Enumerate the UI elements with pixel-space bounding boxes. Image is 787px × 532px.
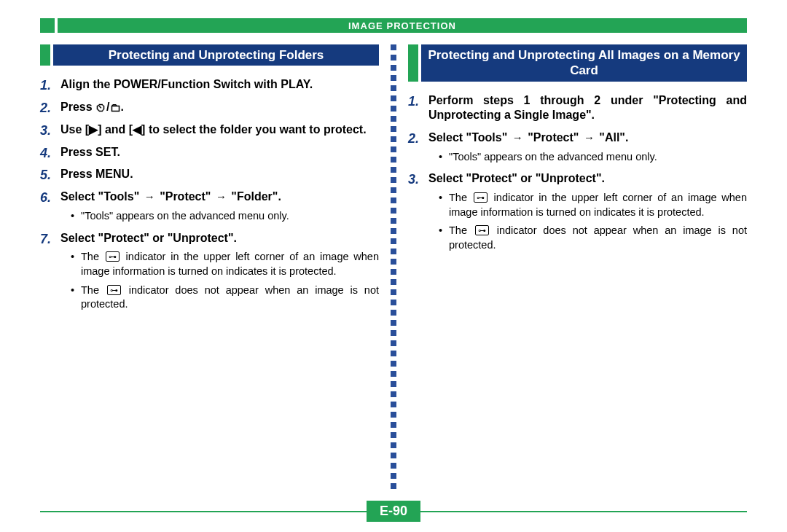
key-icon: ⊶ [475, 225, 489, 235]
step: Select "Protect" or "Unprotect". The ⊶ i… [408, 171, 747, 252]
title-text: Protecting and Unprotecting Folders [53, 44, 379, 66]
folder-icon: 🗀 [110, 101, 121, 114]
right-section-title: Protecting and Unprotecting All Images o… [408, 44, 747, 82]
step-text: Press SET. [60, 146, 120, 158]
sub-item: "Tools" appears on the advanced menu onl… [439, 150, 747, 165]
step: Use [▶] and [◀] to select the folder you… [40, 122, 379, 138]
step-text: "All". [596, 131, 629, 144]
left-section-title: Protecting and Unprotecting Folders [40, 44, 379, 66]
footer-line [420, 511, 747, 512]
left-steps: Align the POWER/Function Switch with PLA… [40, 77, 379, 311]
sub-text: "Tools" appears on the advanced menu onl… [81, 210, 289, 222]
key-icon: ⊶ [107, 285, 121, 295]
step: Align the POWER/Function Switch with PLA… [40, 77, 379, 93]
key-icon: ⊶ [474, 192, 488, 203]
sub-text: indicator in the upper left corner of an… [81, 251, 379, 277]
title-accent [408, 44, 418, 82]
sub-text: The [449, 192, 472, 203]
step: Press MENU. [40, 167, 379, 182]
manual-page: IMAGE PROTECTION Protecting and Unprotec… [0, 0, 787, 532]
step-text: Perform steps 1 through 2 under "Protect… [428, 94, 747, 122]
header-title-bar: IMAGE PROTECTION [58, 18, 747, 33]
content-columns: Protecting and Unprotecting Folders Alig… [40, 44, 747, 489]
title-text: Protecting and Unprotecting All Images o… [421, 44, 747, 82]
sub-text: indicator in the upper left corner of an… [449, 192, 747, 218]
page-header: IMAGE PROTECTION [40, 18, 747, 33]
sub-text: The [449, 224, 474, 236]
step: Press ⏲/🗀. [40, 100, 379, 115]
step: Select "Tools" → "Protect" → "All". "Too… [408, 130, 747, 164]
footer-line [40, 511, 367, 512]
sub-list: The ⊶ indicator in the upper left corner… [428, 191, 747, 252]
right-steps: Perform steps 1 through 2 under "Protect… [408, 93, 747, 253]
step: Perform steps 1 through 2 under "Protect… [408, 93, 747, 124]
timer-icon: ⏲ [95, 101, 106, 114]
left-column: Protecting and Unprotecting Folders Alig… [40, 44, 394, 489]
page-footer: E-90 [0, 501, 787, 522]
title-accent [40, 44, 50, 66]
sub-item: "Tools" appears on the advanced menu onl… [71, 209, 379, 224]
header-title: IMAGE PROTECTION [348, 20, 456, 31]
sub-list: "Tools" appears on the advanced menu onl… [428, 150, 747, 165]
sub-list: The ⊶ indicator in the upper left corner… [60, 250, 379, 311]
key-icon: ⊶ [106, 251, 120, 262]
sub-item: The ⊶ indicator does not appear when an … [71, 283, 379, 312]
step-text: Press [60, 101, 95, 113]
sub-text: "Tools" appears on the advanced menu onl… [449, 151, 657, 163]
sub-item: The ⊶ indicator in the upper left corner… [71, 250, 379, 278]
arrow-icon: → [582, 131, 596, 144]
header-accent-block [40, 18, 55, 33]
sub-list: "Tools" appears on the advanced menu onl… [60, 209, 379, 224]
step-text: "Protect" [157, 190, 214, 203]
step-text: Select "Protect" or "Unprotect". [60, 232, 237, 244]
sub-item: The ⊶ indicator in the upper left corner… [439, 191, 747, 219]
sub-item: The ⊶ indicator does not appear when an … [439, 224, 747, 252]
step-text: "Folder". [228, 190, 281, 203]
page-number: E-90 [367, 501, 420, 522]
arrow-icon: → [214, 190, 228, 203]
step-text: Select "Tools" [428, 131, 511, 144]
sub-text: The [81, 284, 106, 296]
step-text: Use [▶] and [◀] to select the folder you… [60, 123, 367, 136]
step-text: . [121, 101, 124, 113]
arrow-icon: → [143, 190, 157, 203]
step-text: Select "Tools" [60, 190, 143, 203]
step-text: Press MENU. [60, 168, 133, 180]
sub-text: indicator does not appear when an image … [81, 284, 379, 310]
sub-text: indicator does not appear when an image … [449, 224, 747, 251]
step-text: Align the POWER/Function Switch with PLA… [60, 78, 313, 90]
arrow-icon: → [511, 131, 525, 144]
sub-text: The [81, 251, 104, 262]
step: Press SET. [40, 145, 379, 160]
step: Select "Protect" or "Unprotect". The ⊶ i… [40, 231, 379, 312]
step: Select "Tools" → "Protect" → "Folder". "… [40, 189, 379, 223]
right-column: Protecting and Unprotecting All Images o… [394, 44, 747, 489]
step-text: Select "Protect" or "Unprotect". [428, 172, 605, 184]
step-text: "Protect" [525, 131, 582, 144]
